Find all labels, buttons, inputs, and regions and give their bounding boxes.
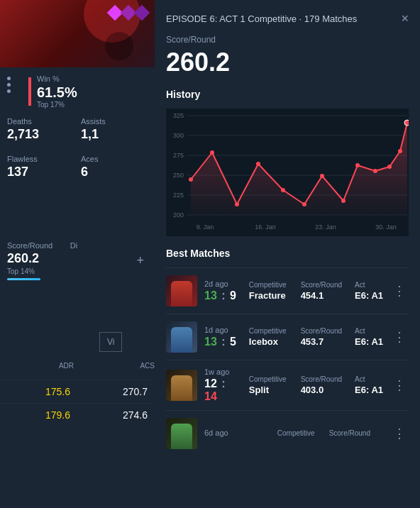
match-type-col-1: Competitive Fracture: [249, 281, 287, 301]
sr-value: 260.2: [166, 48, 409, 77]
match-menu-button-1[interactable]: ⋮: [390, 280, 409, 302]
win-label: Win %: [37, 74, 77, 83]
stat-aces: Aces 6: [81, 155, 148, 180]
match-type-1: Competitive: [249, 281, 287, 289]
match-sr-label-3: Score/Round: [301, 375, 342, 383]
best-matches-section: Best Matches 2d ago 13 : 9 Competitive F…: [155, 248, 420, 456]
assists-value: 1,1: [81, 127, 148, 142]
match-act-label-2: Act: [355, 327, 383, 335]
aces-label: Aces: [81, 155, 148, 163]
options-menu-button[interactable]: [7, 77, 11, 93]
match-menu-button-4[interactable]: ⋮: [390, 423, 409, 444]
adr-value-2: 179.6: [7, 409, 84, 421]
svg-point-26: [355, 163, 360, 167]
stat-deaths: Deaths 2,713: [7, 117, 74, 142]
panel-header: EPISODE 6: ACT 1 Competitive · 179 Match…: [155, 0, 420, 35]
match-act-value-3: E6: A1: [355, 385, 383, 395]
match-info-2: 1d ago 13 : 5: [204, 326, 242, 348]
rank-icons: [109, 7, 148, 18]
match-type-col-4: Competitive: [277, 429, 315, 438]
stat-row-1: Deaths 2,713 Assists 1,1: [7, 117, 148, 142]
match-sr-col-4: Score/Round: [329, 429, 370, 438]
match-map-2: Icebox: [249, 336, 287, 347]
panel-title: EPISODE 6: ACT 1 Competitive · 179 Match…: [166, 13, 357, 24]
match-item-2: 1d ago 13 : 5 Competitive Icebox Score/R…: [166, 314, 409, 360]
match-act-col-1: Act E6: A1: [355, 281, 383, 301]
svg-point-20: [235, 202, 239, 206]
svg-text:250: 250: [173, 172, 184, 179]
damage-label: Di: [70, 241, 126, 250]
match-type-3: Competitive: [249, 375, 287, 383]
svg-text:30. Jan: 30. Jan: [375, 223, 397, 231]
add-stat-button[interactable]: +: [133, 250, 148, 272]
svg-point-19: [210, 150, 214, 155]
svg-point-30: [404, 120, 409, 126]
score-section: Score/Round 260.2 Top 14% Di +: [0, 241, 155, 286]
assists-label: Assists: [81, 117, 148, 126]
match-type-2: Competitive: [249, 327, 287, 335]
match-info-1: 2d ago 13 : 9: [204, 280, 242, 302]
svg-text:275: 275: [173, 152, 184, 159]
adr-header: ADR: [7, 362, 88, 370]
close-button[interactable]: ×: [401, 11, 409, 26]
score-round-label: Score/Round: [7, 241, 63, 250]
score-round-value: 260.2: [7, 251, 63, 266]
stats-grid: Deaths 2,713 Assists 1,1 Flawless 137 Ac…: [0, 117, 155, 192]
flawless-label: Flawless: [7, 155, 74, 163]
match-sr-col-3: Score/Round 403.0: [301, 375, 342, 395]
stat-flawless: Flawless 137: [7, 155, 74, 180]
svg-point-25: [341, 199, 346, 203]
match-time-1: 2d ago: [204, 280, 242, 288]
svg-point-28: [387, 165, 392, 169]
right-panel: EPISODE 6: ACT 1 Competitive · 179 Match…: [155, 0, 420, 508]
table-row: 175.6 270.7: [0, 380, 155, 403]
match-type-col-2: Competitive Icebox: [249, 327, 287, 347]
svg-point-23: [302, 202, 306, 206]
win-bar-accent: [28, 77, 31, 106]
history-section: History 325 300 275 250 225 200 9: [155, 89, 420, 248]
best-matches-title: Best Matches: [166, 248, 409, 259]
match-score-3: 12 : 14: [204, 377, 242, 403]
match-act-col-2: Act E6: A1: [355, 327, 383, 347]
aces-value: 6: [81, 165, 148, 180]
svg-point-21: [256, 162, 260, 166]
match-act-value-2: E6: A1: [355, 336, 383, 347]
svg-text:225: 225: [173, 192, 184, 199]
match-info-4: 6d ago: [204, 429, 270, 438]
match-sr-label-2: Score/Round: [301, 327, 342, 335]
match-sr-label-1: Score/Round: [301, 281, 342, 289]
score-top-bar: [7, 278, 40, 280]
table-rows: 175.6 270.7 179.6 274.6: [0, 380, 155, 426]
match-avatar-3: [166, 370, 197, 401]
match-score-1: 13 : 9: [204, 289, 242, 302]
win-top-badge: Top 17%: [37, 101, 77, 109]
svg-point-27: [373, 169, 377, 173]
svg-text:16. Jan: 16. Jan: [255, 223, 276, 231]
svg-text:300: 300: [173, 132, 184, 139]
match-act-col-3: Act E6: A1: [355, 375, 383, 395]
match-time-2: 1d ago: [204, 326, 242, 334]
match-menu-button-3[interactable]: ⋮: [390, 375, 409, 396]
match-type-col-3: Competitive Split: [249, 375, 287, 395]
history-chart: 325 300 275 250 225 200 9. Jan 16. Jan 2…: [166, 109, 409, 236]
match-act-label-1: Act: [355, 281, 383, 289]
svg-point-22: [281, 188, 285, 192]
acs-header: ACS: [88, 362, 155, 370]
match-time-4: 6d ago: [204, 429, 270, 437]
view-button[interactable]: Vi: [99, 332, 122, 352]
match-sr-value-2: 453.7: [301, 336, 342, 347]
match-sr-label-4: Score/Round: [329, 429, 370, 437]
match-menu-button-2[interactable]: ⋮: [390, 326, 409, 348]
adr-value-1: 175.6: [7, 386, 84, 397]
svg-point-24: [320, 174, 324, 178]
rank-diamond-3: [134, 5, 150, 21]
stat-row-2: Flawless 137 Aces 6: [7, 155, 148, 180]
score-round-section: Score/Round 260.2: [155, 35, 420, 89]
svg-text:200: 200: [173, 211, 184, 219]
score-round-item: Score/Round 260.2 Top 14%: [7, 241, 63, 280]
score-top-badge: Top 14%: [7, 267, 63, 275]
win-value: 61.5%: [37, 84, 77, 101]
match-time-3: 1w ago: [204, 368, 242, 376]
match-sr-col-2: Score/Round 453.7: [301, 327, 342, 347]
svg-point-29: [398, 149, 402, 153]
